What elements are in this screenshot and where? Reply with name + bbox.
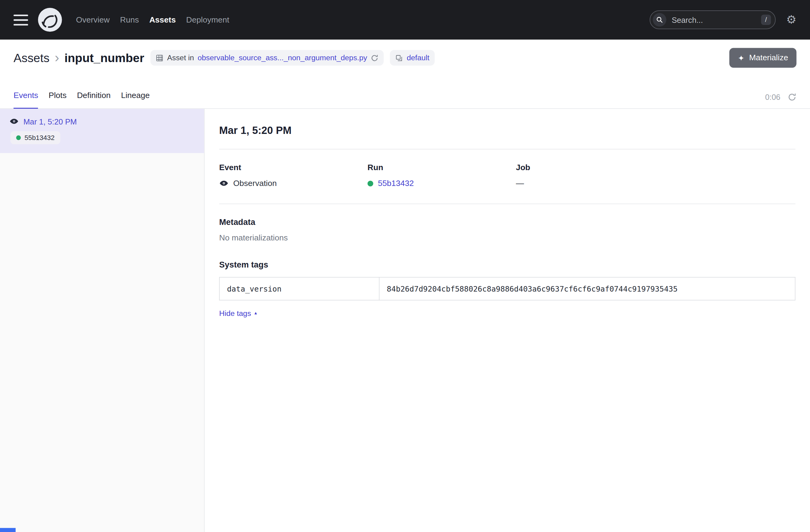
tab-plots[interactable]: Plots bbox=[49, 91, 67, 109]
caret-up-icon: ▲ bbox=[254, 311, 258, 316]
nav-item-overview[interactable]: Overview bbox=[76, 15, 110, 25]
event-type-value: Observation bbox=[233, 179, 277, 188]
eye-icon bbox=[10, 116, 19, 126]
asset-location-chip: Asset in observable_source_ass..._non_ar… bbox=[151, 50, 384, 65]
event-list-item[interactable]: Mar 1, 5:20 PM 55b13432 bbox=[0, 109, 204, 153]
grid-icon bbox=[156, 54, 164, 62]
bottom-left-accent bbox=[0, 528, 16, 532]
menu-icon[interactable] bbox=[13, 14, 28, 25]
content-area: Mar 1, 5:20 PM 55b13432 Mar 1, 5:20 PM E… bbox=[0, 109, 810, 532]
table-row: data_version 84b26d7d9204cbf588026c8a988… bbox=[220, 277, 795, 300]
nav-item-deployment[interactable]: Deployment bbox=[186, 15, 229, 25]
sparkle-icon: ✦ bbox=[738, 54, 745, 62]
tab-bar: Events Plots Definition Lineage 0:06 bbox=[0, 76, 810, 109]
chevron-right-icon: › bbox=[55, 50, 59, 64]
system-tags-table: data_version 84b26d7d9204cbf588026c8a988… bbox=[219, 277, 795, 301]
event-detail-panel: Mar 1, 5:20 PM Event Observation bbox=[205, 109, 810, 532]
run-status-dot bbox=[16, 135, 21, 140]
metadata-heading: Metadata bbox=[219, 217, 795, 227]
event-timestamp: Mar 1, 5:20 PM bbox=[23, 117, 77, 126]
divider bbox=[219, 149, 795, 149]
breadcrumb: Assets › input_number bbox=[13, 51, 144, 65]
materialize-label: Materialize bbox=[749, 53, 788, 63]
event-detail-title: Mar 1, 5:20 PM bbox=[219, 125, 795, 136]
page-title: input_number bbox=[65, 51, 144, 65]
refresh-icon[interactable] bbox=[788, 93, 796, 102]
eye-icon bbox=[219, 179, 228, 188]
job-label: Job bbox=[516, 163, 795, 172]
job-column: Job — bbox=[516, 163, 795, 188]
nav-item-assets[interactable]: Assets bbox=[149, 15, 176, 25]
run-column: Run 55b13432 bbox=[368, 163, 516, 188]
event-item-header: Mar 1, 5:20 PM bbox=[10, 116, 195, 126]
top-nav: Overview Runs Assets Deployment / ⚙ bbox=[0, 0, 810, 39]
dagster-logo[interactable] bbox=[37, 7, 62, 32]
app-root: Overview Runs Assets Deployment / ⚙ Asse… bbox=[0, 0, 810, 532]
hide-tags-label: Hide tags bbox=[219, 309, 251, 318]
divider bbox=[219, 204, 795, 204]
refresh-status: 0:06 bbox=[765, 93, 797, 108]
search-input[interactable] bbox=[671, 15, 757, 25]
search-shortcut-badge: / bbox=[761, 15, 771, 25]
event-label: Event bbox=[219, 163, 368, 172]
nav-item-runs[interactable]: Runs bbox=[120, 15, 139, 25]
tab-lineage[interactable]: Lineage bbox=[121, 91, 150, 109]
refresh-timer: 0:06 bbox=[765, 93, 780, 102]
refresh-icon[interactable] bbox=[371, 54, 379, 62]
run-label: Run bbox=[368, 163, 516, 172]
gear-icon[interactable]: ⚙ bbox=[786, 14, 797, 26]
group-default-link[interactable]: default bbox=[407, 53, 430, 62]
run-id-chip: 55b13432 bbox=[10, 131, 60, 144]
event-list-sidebar: Mar 1, 5:20 PM 55b13432 bbox=[0, 109, 205, 532]
asset-definition-link[interactable]: observable_source_ass..._non_argument_de… bbox=[197, 53, 367, 62]
job-empty-value: — bbox=[516, 179, 524, 188]
group-icon bbox=[395, 54, 403, 62]
tag-value-cell: 84b26d7d9204cbf588026c8a9886d403a6c9637c… bbox=[379, 277, 795, 300]
page-header: Assets › input_number Asset in observabl… bbox=[0, 39, 810, 76]
system-tags-heading: System tags bbox=[219, 260, 795, 270]
tab-definition[interactable]: Definition bbox=[77, 91, 111, 109]
metadata-empty-text: No materializations bbox=[219, 233, 795, 243]
search-icon bbox=[653, 13, 666, 27]
primary-nav: Overview Runs Assets Deployment bbox=[76, 15, 229, 25]
run-id-label: 55b13432 bbox=[25, 134, 54, 142]
tab-events[interactable]: Events bbox=[13, 91, 38, 109]
event-column: Event Observation bbox=[219, 163, 368, 188]
asset-group-chip: default bbox=[390, 50, 435, 65]
materialize-button[interactable]: ✦ Materialize bbox=[730, 48, 797, 68]
run-id-link[interactable]: 55b13432 bbox=[378, 179, 414, 188]
event-summary-columns: Event Observation Run bbox=[219, 163, 795, 188]
hide-tags-link[interactable]: Hide tags ▲ bbox=[219, 309, 258, 318]
nav-right: / ⚙ bbox=[650, 10, 797, 29]
asset-chip-prefix: Asset in bbox=[167, 53, 194, 62]
breadcrumb-assets-link[interactable]: Assets bbox=[13, 51, 49, 65]
search-box[interactable]: / bbox=[650, 10, 776, 29]
run-status-dot bbox=[368, 180, 373, 186]
tag-key-cell: data_version bbox=[220, 277, 379, 300]
